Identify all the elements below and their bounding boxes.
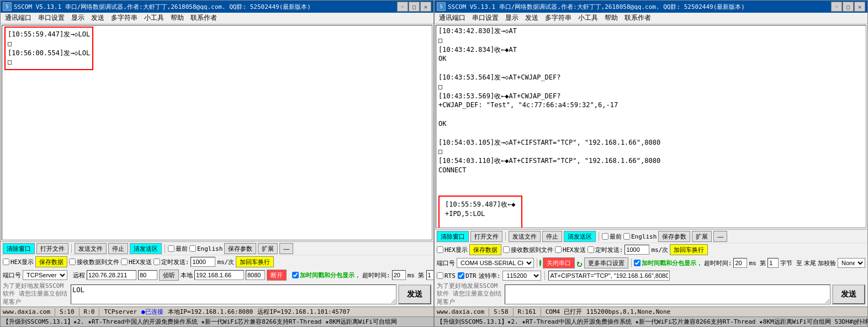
right-at-cmd-input[interactable]: [548, 271, 670, 281]
left-open-file-btn[interactable]: 打开文件: [36, 243, 68, 254]
right-expand-btn[interactable]: 扩展: [692, 231, 712, 242]
left-remote-port-input[interactable]: [138, 270, 157, 280]
right-english-check[interactable]: English: [623, 233, 657, 240]
right-english-checkbox[interactable]: [623, 233, 630, 240]
right-collapse-btn[interactable]: —: [713, 231, 727, 242]
right-menu-multistring[interactable]: 多字符串: [542, 12, 575, 24]
right-minimize-btn[interactable]: －: [831, 2, 842, 12]
left-disconnect-btn[interactable]: 断开: [267, 270, 287, 281]
left-expand-btn[interactable]: 扩展: [258, 243, 278, 254]
right-close-port-btn[interactable]: 关闭串口: [543, 257, 575, 268]
right-byte-num-input[interactable]: [768, 258, 779, 268]
left-menu-send[interactable]: 发送: [88, 12, 108, 24]
right-baud-select[interactable]: 115200: [502, 271, 541, 281]
right-latest-check[interactable]: 最前: [602, 233, 622, 241]
left-latest-check[interactable]: 最前: [168, 245, 188, 253]
right-menu-comm[interactable]: 通讯端口: [436, 12, 469, 24]
right-hex-display-cb[interactable]: [437, 246, 443, 253]
right-menu-display[interactable]: 显示: [502, 12, 522, 24]
right-menu-port-settings[interactable]: 串口设置: [469, 12, 502, 24]
left-hex-send-cb[interactable]: [121, 259, 128, 265]
right-send-box[interactable]: [505, 284, 830, 304]
left-menu-display[interactable]: 显示: [68, 12, 88, 24]
left-minimize-btn[interactable]: －: [397, 2, 408, 12]
left-save-data-btn[interactable]: 保存数据: [35, 256, 67, 267]
left-send-box[interactable]: LOL: [71, 284, 396, 304]
left-timed-val-input[interactable]: [190, 257, 215, 267]
left-menu-comm[interactable]: 通讯端口: [2, 12, 35, 24]
left-stop-btn[interactable]: 停止: [108, 243, 128, 254]
left-restore-btn[interactable]: □: [409, 2, 420, 12]
right-refresh-icon[interactable]: ↻: [576, 257, 583, 269]
right-menu-contact[interactable]: 联系作者: [621, 12, 654, 24]
left-recv-file-cb[interactable]: [69, 259, 76, 265]
left-listen-btn[interactable]: 侦听: [159, 270, 179, 281]
right-menu-tools[interactable]: 小工具: [575, 12, 601, 24]
right-stop-btn[interactable]: 停止: [542, 231, 562, 242]
left-timestamp-check[interactable]: 加时间戳和分包显示，: [292, 271, 361, 279]
right-send-file-btn[interactable]: 发送文件: [509, 231, 541, 242]
left-timeout-input[interactable]: [392, 270, 406, 280]
right-hex-send-cb[interactable]: [555, 246, 562, 253]
left-send-btn[interactable]: 发送: [398, 284, 431, 304]
right-rts-row: RTS DTR 波特率: 115200: [435, 270, 867, 282]
right-menu-send[interactable]: 发送: [522, 12, 542, 24]
right-timestamp-check[interactable]: 加时间戳和分包显示，: [634, 259, 702, 267]
right-restore-btn[interactable]: □: [843, 2, 854, 12]
right-send-area-btn[interactable]: 清发送区: [564, 231, 596, 242]
right-hex-display-check[interactable]: HEX显示: [437, 246, 468, 254]
right-timed-send-check[interactable]: 定时发送:: [588, 246, 623, 254]
right-add-cr-btn[interactable]: 加回车换行: [670, 244, 708, 255]
right-timeout-input[interactable]: [733, 258, 747, 268]
left-save-param-btn[interactable]: 保存参数: [224, 243, 256, 254]
right-latest-checkbox[interactable]: [602, 233, 608, 240]
right-toolbar-row: 清除窗口 打开文件 发送文件 停止 清发送区 最前 English 保存参数 扩…: [435, 230, 867, 243]
right-menu-help[interactable]: 帮助: [601, 12, 621, 24]
right-recv-file-cb[interactable]: [503, 246, 510, 253]
right-timed-val-input[interactable]: [624, 245, 649, 255]
left-english-checkbox[interactable]: [189, 245, 196, 252]
left-hex-display-check[interactable]: HEX显示: [3, 258, 34, 266]
left-english-check[interactable]: English: [189, 245, 223, 252]
left-menu-multistring[interactable]: 多字符串: [108, 12, 141, 24]
left-byte-num-input[interactable]: [426, 270, 435, 280]
right-save-param-btn[interactable]: 保存参数: [658, 231, 690, 242]
right-recv-file-check[interactable]: 接收数据到文件: [503, 246, 553, 254]
left-close-btn[interactable]: ✕: [420, 2, 431, 12]
right-send-btn[interactable]: 发送: [832, 284, 865, 304]
right-clear-btn[interactable]: 清除窗口: [437, 231, 469, 242]
right-dtr-check[interactable]: DTR: [458, 272, 477, 279]
left-remote-ip-input[interactable]: [87, 270, 136, 280]
left-menu-tools[interactable]: 小工具: [141, 12, 167, 24]
right-more-ports-btn[interactable]: 更多串口设置: [584, 257, 628, 268]
left-timed-send-cb[interactable]: [154, 259, 160, 265]
right-checksum-select[interactable]: None: [838, 258, 865, 268]
left-send-file-btn[interactable]: 发送文件: [75, 243, 107, 254]
left-timestamp-cb[interactable]: [292, 272, 299, 278]
right-timestamp-cb[interactable]: [634, 260, 641, 266]
left-collapse-btn[interactable]: —: [279, 243, 293, 254]
left-port-select[interactable]: TCPServer: [23, 270, 67, 280]
right-close-btn[interactable]: ✕: [854, 2, 865, 12]
left-latest-checkbox[interactable]: [168, 245, 174, 252]
right-port-select[interactable]: COM4 USB-SERIAL CH340: [457, 258, 534, 268]
left-menu-contact[interactable]: 联系作者: [187, 12, 220, 24]
left-clear-btn[interactable]: 清除窗口: [3, 243, 35, 254]
right-rts-cb[interactable]: [437, 272, 443, 279]
left-send-area-btn[interactable]: 清发送区: [130, 243, 162, 254]
left-menu-help[interactable]: 帮助: [167, 12, 187, 24]
right-open-file-btn[interactable]: 打开文件: [470, 231, 502, 242]
left-hex-display-cb[interactable]: [3, 259, 9, 265]
right-rts-check[interactable]: RTS: [437, 272, 456, 279]
left-add-cr-btn[interactable]: 加回车换行: [236, 256, 274, 267]
right-dtr-cb[interactable]: [458, 272, 464, 279]
right-save-data-btn[interactable]: 保存数据: [469, 244, 501, 255]
right-hex-send-check[interactable]: HEX发送: [555, 246, 586, 254]
right-timed-send-cb[interactable]: [588, 246, 594, 253]
left-recv-file-check[interactable]: 接收数据到文件: [69, 258, 119, 266]
left-hex-send-check[interactable]: HEX发送: [121, 258, 152, 266]
left-timed-send-check[interactable]: 定时发送:: [154, 258, 189, 266]
left-local-port-input[interactable]: [246, 270, 265, 280]
left-local-ip-input[interactable]: [194, 270, 244, 280]
left-menu-port-settings[interactable]: 串口设置: [35, 12, 68, 24]
